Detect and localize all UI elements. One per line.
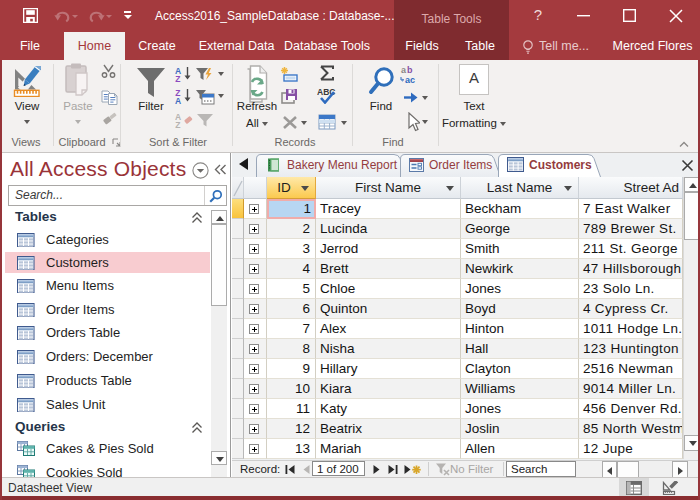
svg-text:Z: Z bbox=[175, 120, 180, 129]
svg-text:A: A bbox=[175, 96, 181, 105]
svg-text:ac: ac bbox=[405, 75, 415, 85]
svg-text:b: b bbox=[407, 65, 413, 75]
svg-text:Z: Z bbox=[175, 74, 180, 83]
